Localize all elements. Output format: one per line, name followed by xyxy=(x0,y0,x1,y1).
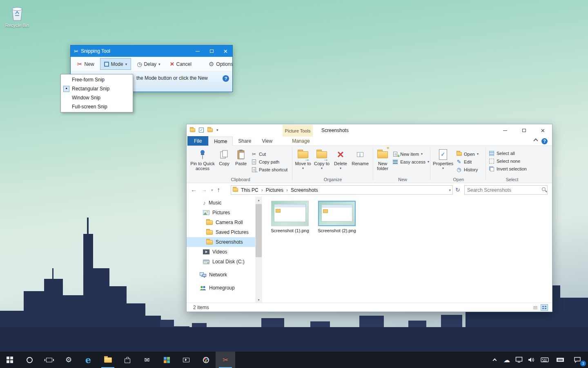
thumbnails-view-button[interactable] xyxy=(541,304,548,311)
touch-keyboard-tray-icon[interactable] xyxy=(552,352,568,368)
file-explorer-button[interactable] xyxy=(98,352,118,368)
menu-item-rectangular-snip[interactable]: Rectangular Snip xyxy=(61,84,133,93)
properties-quick-icon[interactable] xyxy=(199,128,204,132)
back-button[interactable] xyxy=(191,186,197,193)
select-all-button[interactable]: Select all xyxy=(487,149,537,157)
copy-to-button[interactable]: Copy to xyxy=(312,147,331,172)
new-folder-button[interactable]: New folder xyxy=(374,147,391,172)
group-label-clipboard: Clipboard xyxy=(189,177,292,182)
paint-button[interactable] xyxy=(196,352,216,368)
minimize-button[interactable] xyxy=(496,124,514,137)
action-center-button[interactable]: 3 xyxy=(568,352,586,368)
copy-path-button[interactable]: Copy path xyxy=(249,158,289,166)
options-button[interactable]: Options xyxy=(205,58,237,70)
easy-access-button[interactable]: Easy access xyxy=(391,158,431,166)
snipping-title-bar[interactable]: Snipping Tool xyxy=(71,45,232,57)
select-none-button[interactable]: Select none xyxy=(487,157,537,165)
start-button[interactable] xyxy=(0,352,20,368)
sidebar-item-videos[interactable]: Videos xyxy=(187,247,255,257)
edit-button[interactable]: Edit xyxy=(454,158,480,166)
new-item-button[interactable]: New item xyxy=(391,150,431,158)
recent-locations-chevron-icon[interactable] xyxy=(211,187,213,193)
paste-shortcut-button[interactable]: Paste shortcut xyxy=(249,166,289,173)
search-icon[interactable] xyxy=(542,187,546,191)
cut-button[interactable]: Cut xyxy=(249,150,289,158)
tray-expand-button[interactable] xyxy=(488,352,501,368)
language-keyboard-tray-icon[interactable] xyxy=(537,352,552,368)
task-view-button[interactable] xyxy=(39,352,59,368)
maximize-button[interactable] xyxy=(514,124,533,137)
breadcrumb-pictures[interactable]: Pictures xyxy=(265,187,284,193)
new-folder-quick-icon[interactable] xyxy=(207,128,213,132)
tab-home[interactable]: Home xyxy=(208,137,233,146)
edge-button[interactable] xyxy=(78,352,98,368)
sidebar-item-saved-pictures[interactable]: Saved Pictures xyxy=(187,227,255,237)
tab-manage[interactable]: Manage xyxy=(287,136,315,146)
rename-button[interactable]: Rename xyxy=(350,147,370,167)
close-button[interactable] xyxy=(533,124,552,137)
maximize-button[interactable] xyxy=(205,45,218,57)
file-item-screenshot-1[interactable]: Screenshot (1).png xyxy=(270,201,310,233)
breadcrumb-this-pc[interactable]: This PC xyxy=(240,187,259,193)
volume-tray-icon[interactable] xyxy=(525,352,537,368)
search-input[interactable] xyxy=(464,185,548,195)
tab-share[interactable]: Share xyxy=(233,136,256,146)
help-icon[interactable] xyxy=(541,138,548,144)
sidebar-item-screenshots[interactable]: Screenshots xyxy=(187,237,255,247)
details-view-button[interactable] xyxy=(532,304,539,311)
invert-selection-button[interactable]: Invert selection xyxy=(487,165,537,173)
address-bar[interactable]: This PC Pictures Screenshots xyxy=(231,185,453,195)
menu-gutter xyxy=(61,86,72,92)
copy-button[interactable]: Copy xyxy=(216,147,232,167)
minimize-button[interactable] xyxy=(191,45,205,57)
pin-to-quick-access-button[interactable]: Pin to Quick access xyxy=(189,147,216,172)
menu-item-free-form-snip[interactable]: Free-form Snip xyxy=(61,75,133,84)
move-to-button[interactable]: Move to xyxy=(294,147,312,172)
sidebar-item-camera-roll[interactable]: Camera Roll xyxy=(187,218,255,227)
scroll-up-arrow-icon[interactable] xyxy=(255,197,262,203)
new-snip-button[interactable]: New xyxy=(73,58,98,70)
settings-button[interactable] xyxy=(59,352,78,368)
scroll-down-arrow-icon[interactable] xyxy=(255,296,262,303)
network-icon xyxy=(200,272,206,278)
file-item-screenshot-2[interactable]: Screenshot (2).png xyxy=(316,201,357,233)
sidebar-scrollbar[interactable] xyxy=(255,197,262,303)
explorer-title-bar[interactable]: Picture Tools Screenshots xyxy=(187,124,552,137)
menu-item-full-screen-snip[interactable]: Full-screen Snip xyxy=(61,102,133,111)
delay-button[interactable]: Delay xyxy=(133,58,164,70)
customize-qat-chevron-icon[interactable] xyxy=(216,128,218,132)
paste-button[interactable]: Paste xyxy=(232,147,249,167)
sidebar-item-pictures[interactable]: Pictures xyxy=(187,208,255,218)
store-button[interactable] xyxy=(118,352,137,368)
close-button[interactable] xyxy=(218,45,232,57)
mode-button[interactable]: Mode xyxy=(100,58,131,70)
onedrive-tray-icon[interactable] xyxy=(501,352,513,368)
refresh-icon[interactable] xyxy=(455,186,460,193)
properties-button[interactable]: Properties xyxy=(432,147,454,172)
recycle-bin[interactable]: Recycle Bin xyxy=(4,4,30,28)
search-button[interactable] xyxy=(20,352,39,368)
cancel-button[interactable]: Cancel xyxy=(166,58,196,70)
forward-button[interactable] xyxy=(201,186,207,193)
breadcrumb-screenshots[interactable]: Screenshots xyxy=(290,187,319,193)
network-tray-icon[interactable] xyxy=(513,352,525,368)
menu-item-window-snip[interactable]: Window Snip xyxy=(61,93,133,102)
sidebar-item-local-disk-c[interactable]: Local Disk (C:) xyxy=(187,257,255,267)
tab-view[interactable]: View xyxy=(256,136,278,146)
address-dropdown-chevron-icon[interactable] xyxy=(449,188,451,192)
up-button[interactable] xyxy=(217,186,220,193)
photos-button[interactable] xyxy=(157,352,176,368)
scrollbar-thumb[interactable] xyxy=(256,204,262,257)
history-button[interactable]: History xyxy=(454,166,480,173)
tab-file[interactable]: File xyxy=(187,136,208,146)
sidebar-item-homegroup[interactable]: Homegroup xyxy=(187,283,255,293)
address-bar-row: This PC Pictures Screenshots xyxy=(187,183,552,197)
help-icon[interactable] xyxy=(223,75,229,82)
snipping-tool-taskbar-button[interactable] xyxy=(216,352,235,368)
mail-button[interactable] xyxy=(137,352,157,368)
open-button[interactable]: Open xyxy=(454,150,480,158)
sidebar-item-network[interactable]: Network xyxy=(187,270,255,280)
delete-button[interactable]: Delete xyxy=(331,147,350,172)
sidebar-item-music[interactable]: Music xyxy=(187,198,255,208)
movies-tv-button[interactable] xyxy=(176,352,196,368)
